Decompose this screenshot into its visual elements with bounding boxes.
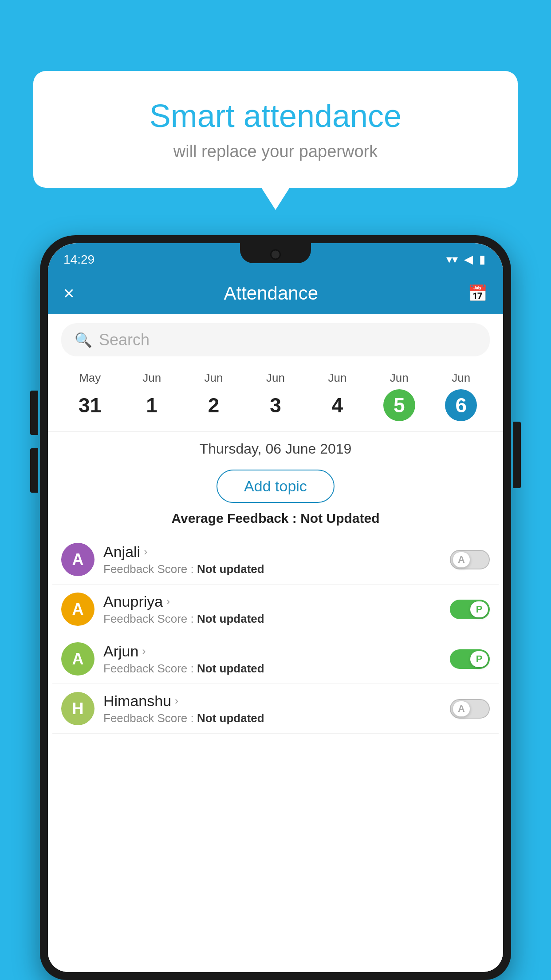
chevron-icon: › (166, 595, 170, 608)
toggle-knob: A (453, 552, 470, 568)
app-header: × Attendance 📅 (48, 272, 503, 314)
cal-month-label: Jun (370, 371, 428, 385)
student-info: Anjali ›Feedback Score : Not updated (103, 543, 441, 576)
cal-date-num: 31 (74, 389, 106, 421)
student-name: Anjali › (103, 543, 441, 561)
speech-bubble: Smart attendance will replace your paper… (33, 71, 518, 188)
toggle-knob: A (453, 701, 470, 717)
avatar: A (61, 543, 94, 576)
student-name: Arjun › (103, 643, 441, 660)
status-icons: ▾▾ ◀ ▮ (446, 253, 485, 266)
cal-month-label: Jun (308, 371, 366, 385)
search-input[interactable]: Search (99, 331, 150, 349)
cal-date-num: 1 (136, 389, 168, 421)
bubble-title: Smart attendance (55, 98, 496, 134)
cal-month-label: Jun (185, 371, 243, 385)
app-content: 🔍 Search May31Jun1Jun2Jun3Jun4Jun5Jun6 T… (48, 314, 503, 972)
cal-month-label: Jun (246, 371, 304, 385)
chevron-icon: › (144, 545, 147, 558)
student-info: Anupriya ›Feedback Score : Not updated (103, 593, 441, 626)
search-bar[interactable]: 🔍 Search (61, 323, 490, 356)
cal-date-num: 5 (383, 389, 415, 421)
cal-month-label: Jun (432, 371, 490, 385)
calendar-icon[interactable]: 📅 (468, 284, 488, 303)
student-name: Anupriya › (103, 593, 441, 610)
feedback-score: Feedback Score : Not updated (103, 612, 441, 626)
avatar: A (61, 593, 94, 626)
selected-date-label: Thursday, 06 June 2019 (48, 431, 503, 462)
attendance-toggle[interactable]: A (450, 699, 490, 719)
cal-date-num: 3 (260, 389, 291, 421)
student-name: Himanshu › (103, 692, 441, 710)
close-button[interactable]: × (63, 284, 75, 303)
bubble-card: Smart attendance will replace your paper… (33, 71, 518, 188)
cal-date-num: 6 (445, 389, 477, 421)
signal-icon: ◀ (464, 253, 473, 266)
student-item-arjun[interactable]: AArjun ›Feedback Score : Not updatedP (52, 634, 499, 684)
header-title: Attendance (224, 283, 319, 304)
toggle-knob: P (470, 601, 488, 617)
student-item-anupriya[interactable]: AAnupriya ›Feedback Score : Not updatedP (52, 585, 499, 634)
feedback-score: Feedback Score : Not updated (103, 662, 441, 676)
calendar-day-4[interactable]: Jun4 (307, 368, 368, 425)
average-feedback: Average Feedback : Not Updated (48, 511, 503, 526)
calendar-day-5[interactable]: Jun5 (368, 368, 430, 425)
search-icon: 🔍 (75, 332, 92, 348)
avatar: H (61, 692, 94, 725)
chevron-icon: › (175, 695, 178, 707)
power-button (513, 422, 521, 488)
phone-notch (240, 243, 311, 263)
calendar-day-6[interactable]: Jun6 (430, 368, 492, 425)
bubble-subtitle: will replace your paperwork (55, 142, 496, 161)
battery-icon: ▮ (479, 253, 485, 266)
calendar-strip: May31Jun1Jun2Jun3Jun4Jun5Jun6 (48, 361, 503, 427)
calendar-day-1[interactable]: Jun1 (121, 368, 182, 425)
wifi-icon: ▾▾ (446, 253, 458, 266)
cal-month-label: Jun (122, 371, 181, 385)
toggle-knob: P (470, 651, 488, 667)
phone-screen: 14:29 ▾▾ ◀ ▮ × Attendance 📅 🔍 Search (48, 243, 503, 972)
feedback-score: Feedback Score : Not updated (103, 562, 441, 576)
status-time: 14:29 (63, 253, 94, 267)
camera (270, 249, 281, 260)
calendar-day-31[interactable]: May31 (59, 368, 121, 425)
attendance-toggle[interactable]: P (450, 649, 490, 669)
volume-up-button (30, 391, 38, 435)
feedback-score: Feedback Score : Not updated (103, 711, 441, 725)
attendance-toggle[interactable]: A (450, 550, 490, 569)
cal-month-label: May (61, 371, 119, 385)
cal-date-num: 4 (321, 389, 353, 421)
student-info: Himanshu ›Feedback Score : Not updated (103, 692, 441, 725)
avatar: A (61, 642, 94, 676)
attendance-toggle[interactable]: P (450, 600, 490, 619)
student-list: AAnjali ›Feedback Score : Not updatedAAA… (48, 535, 503, 734)
add-topic-button[interactable]: Add topic (216, 470, 335, 503)
volume-down-button (30, 448, 38, 493)
student-item-anjali[interactable]: AAnjali ›Feedback Score : Not updatedA (52, 535, 499, 585)
phone-frame: 14:29 ▾▾ ◀ ▮ × Attendance 📅 🔍 Search (40, 235, 511, 980)
student-item-himanshu[interactable]: HHimanshu ›Feedback Score : Not updatedA (52, 684, 499, 734)
chevron-icon: › (142, 645, 146, 657)
calendar-day-2[interactable]: Jun2 (183, 368, 244, 425)
cal-date-num: 2 (198, 389, 230, 421)
student-info: Arjun ›Feedback Score : Not updated (103, 643, 441, 676)
calendar-day-3[interactable]: Jun3 (244, 368, 306, 425)
